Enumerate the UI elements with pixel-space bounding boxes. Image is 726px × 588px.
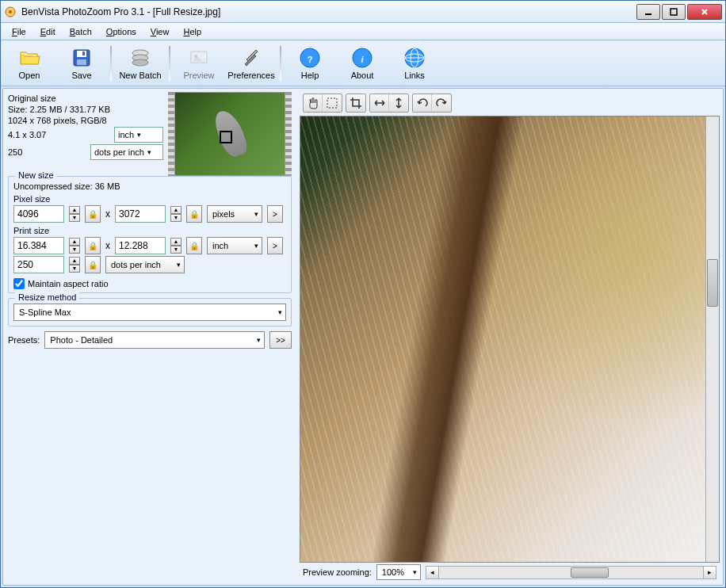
resolution-lock[interactable]: 🔒: [85, 256, 101, 273]
menubar: File Edit Batch Options View Help: [1, 23, 725, 40]
thumbnail-navigator[interactable]: [168, 92, 292, 176]
fit-horizontal-tool[interactable]: [370, 94, 389, 112]
preset-more-button[interactable]: >>: [269, 331, 292, 349]
svg-rect-6: [77, 59, 86, 65]
print-width-spinner[interactable]: ▲▼: [69, 238, 80, 254]
svg-rect-5: [77, 51, 86, 57]
newbatch-button[interactable]: New Batch: [115, 43, 166, 84]
zoom-select[interactable]: 100%: [376, 564, 421, 580]
newsize-legend: New size: [15, 170, 57, 180]
vertical-scrollbar-thumb[interactable]: [707, 259, 718, 307]
marquee-tool[interactable]: [323, 94, 342, 112]
resolution-unit-select[interactable]: dots per inch: [105, 256, 185, 273]
floppy-save-icon: [71, 47, 93, 69]
resize-method-legend: Resize method: [15, 292, 79, 302]
svg-text:?: ?: [308, 55, 313, 64]
about-button[interactable]: i About: [337, 43, 388, 84]
main-toolbar: Open Save New Batch Preview Preferences …: [1, 40, 725, 86]
preset-select[interactable]: Photo - Detailed: [44, 331, 265, 349]
toolbar-separator: [169, 46, 170, 81]
original-res-unit-select[interactable]: dots per inch▾: [90, 144, 163, 160]
window-title: BenVista PhotoZoom Pro 3.1 - [Full Resiz…: [21, 6, 636, 17]
links-button[interactable]: Links: [389, 43, 440, 84]
batch-stack-icon: [129, 47, 151, 69]
close-button[interactable]: [687, 4, 722, 20]
open-button[interactable]: Open: [4, 43, 55, 84]
aspect-ratio-checkbox[interactable]: [13, 278, 25, 289]
hscroll-right-arrow[interactable]: ▸: [703, 567, 716, 578]
preview-icon: [188, 47, 210, 69]
horizontal-scrollbar-thumb[interactable]: [571, 567, 609, 578]
resize-method-select[interactable]: S-Spline Max: [13, 304, 286, 321]
resolution-input[interactable]: [13, 256, 64, 273]
menu-help[interactable]: Help: [177, 25, 208, 38]
app-icon: [4, 6, 17, 18]
titlebar: BenVista PhotoZoom Pro 3.1 - [Full Resiz…: [1, 1, 725, 23]
hscroll-left-arrow[interactable]: ◂: [426, 567, 439, 578]
hand-tool[interactable]: [304, 94, 323, 112]
printsize-label: Print size: [13, 226, 286, 235]
pixel-width-input[interactable]: [13, 205, 64, 223]
filmstrip-right: [285, 92, 292, 176]
preview-button: Preview: [174, 43, 224, 84]
print-width-input[interactable]: [13, 237, 64, 254]
svg-rect-3: [671, 9, 677, 15]
aspect-ratio-label: Maintain aspect ratio: [28, 279, 109, 288]
thumbnail-image[interactable]: [174, 92, 285, 176]
right-panel: Preview zooming: 100% ◂ ▸: [296, 89, 723, 585]
pixel-height-lock[interactable]: 🔒: [186, 205, 202, 223]
presets-label: Presets:: [8, 335, 40, 345]
help-icon: ?: [299, 47, 321, 69]
vertical-scrollbar[interactable]: [705, 116, 719, 562]
pixel-width-lock[interactable]: 🔒: [85, 205, 101, 223]
undo-tool[interactable]: [413, 94, 432, 112]
pixel-height-input[interactable]: [115, 205, 166, 223]
resolution-spinner[interactable]: ▲▼: [69, 257, 80, 273]
help-button[interactable]: ? Help: [285, 43, 335, 84]
print-height-input[interactable]: [115, 237, 166, 254]
preview-bottom-bar: Preview zooming: 100% ◂ ▸: [300, 563, 720, 582]
pixel-width-spinner[interactable]: ▲▼: [69, 206, 80, 222]
preview-canvas[interactable]: [300, 116, 720, 563]
print-height-spinner[interactable]: ▲▼: [170, 238, 182, 254]
svg-point-10: [132, 59, 148, 66]
menu-edit[interactable]: Edit: [34, 25, 62, 38]
save-button[interactable]: Save: [56, 43, 107, 84]
minimize-button[interactable]: [636, 4, 660, 20]
fit-vertical-tool[interactable]: [389, 94, 408, 112]
original-phys-unit-select[interactable]: inch▾: [114, 127, 163, 143]
viewport-marker[interactable]: [220, 131, 232, 143]
print-width-lock[interactable]: 🔒: [85, 237, 101, 254]
app-window: BenVista PhotoZoom Pro 3.1 - [Full Resiz…: [0, 0, 726, 588]
pixel-height-spinner[interactable]: ▲▼: [170, 206, 182, 222]
crop-tool[interactable]: [346, 94, 365, 112]
preferences-button[interactable]: Preferences: [226, 43, 277, 84]
zoom-label: Preview zooming:: [303, 567, 372, 577]
pixel-unit-select[interactable]: pixels: [207, 205, 262, 223]
folder-open-icon: [18, 47, 40, 69]
svg-point-1: [9, 10, 12, 13]
menu-options[interactable]: Options: [100, 25, 143, 38]
menu-file[interactable]: File: [6, 25, 32, 38]
x-multiplier: x: [105, 208, 110, 220]
print-more-button[interactable]: >: [267, 237, 283, 254]
redo-tool[interactable]: [432, 94, 451, 112]
filmstrip-left: [168, 92, 174, 176]
original-legend: Original size: [8, 94, 163, 103]
print-height-lock[interactable]: 🔒: [186, 237, 202, 254]
info-icon: i: [351, 47, 373, 69]
horizontal-scrollbar[interactable]: ◂ ▸: [426, 566, 716, 579]
menu-batch[interactable]: Batch: [63, 25, 98, 38]
original-dims-text: 1024 x 768 pixels, RGB/8: [8, 116, 163, 125]
x-multiplier: x: [105, 240, 110, 251]
svg-rect-7: [82, 52, 85, 55]
uncompressed-text: Uncompressed size: 36 MB: [13, 181, 286, 191]
pixelsize-label: Pixel size: [13, 194, 286, 204]
preview-toolbar: [300, 92, 720, 114]
maximize-button[interactable]: [662, 4, 686, 20]
tools-icon: [240, 47, 262, 69]
menu-view[interactable]: View: [144, 25, 176, 38]
newsize-group: New size Uncompressed size: 36 MB Pixel …: [8, 176, 292, 293]
pixel-more-button[interactable]: >: [267, 205, 283, 223]
print-unit-select[interactable]: inch: [207, 237, 262, 254]
